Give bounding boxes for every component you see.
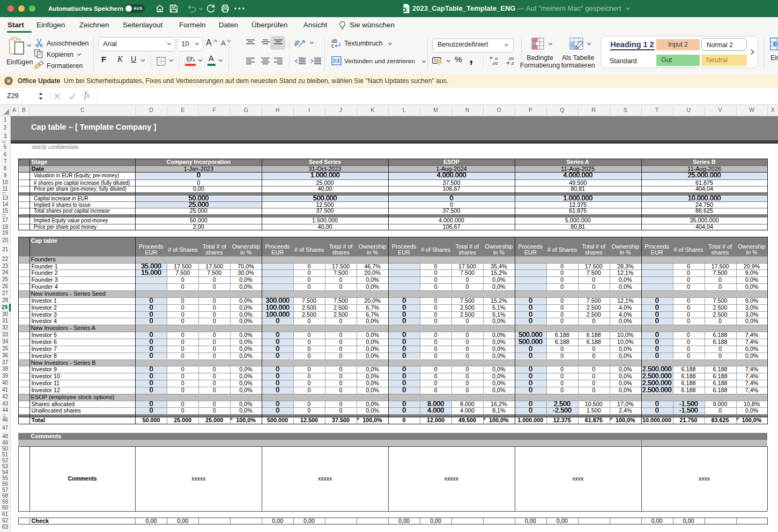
svg-text:c: c	[331, 43, 334, 48]
svg-text:ab: ab	[294, 38, 301, 47]
svg-text:,0: ,0	[510, 61, 514, 65]
svg-text:,00: ,00	[492, 61, 498, 65]
svg-text:,00: ,00	[508, 56, 514, 61]
svg-text:,0: ,0	[494, 56, 498, 61]
